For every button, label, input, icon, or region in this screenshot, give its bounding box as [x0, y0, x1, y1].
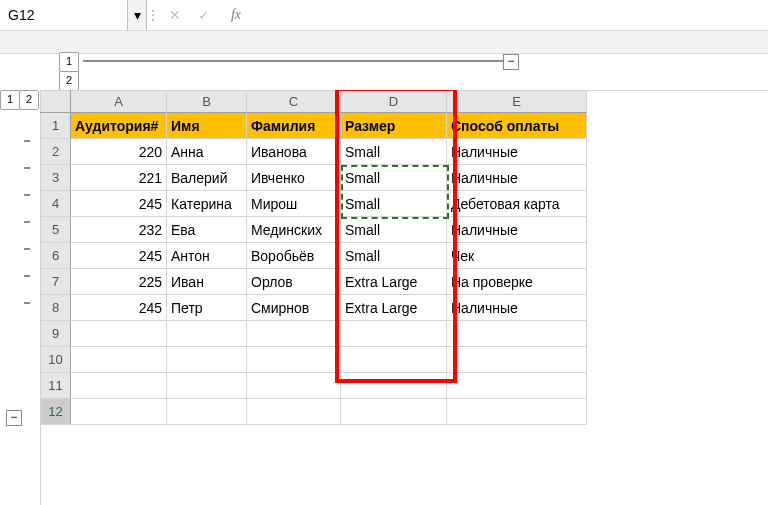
cell-D12[interactable] [341, 399, 447, 425]
column-header-B[interactable]: B [167, 91, 247, 113]
cell-E2[interactable]: Наличные [447, 139, 587, 165]
cell-C7[interactable]: Орлов [247, 269, 341, 295]
cell-D3[interactable]: Small [341, 165, 447, 191]
column-outline-level-2[interactable]: 2 [59, 71, 79, 91]
cell-B11[interactable] [167, 373, 247, 399]
select-all-corner[interactable] [41, 91, 71, 113]
cell-A12[interactable] [71, 399, 167, 425]
table-row: 9 [41, 321, 587, 347]
row-header-2[interactable]: 2 [41, 139, 71, 165]
cell-D5[interactable]: Small [341, 217, 447, 243]
cell-E12[interactable] [447, 399, 587, 425]
column-outline-level-1[interactable]: 1 [59, 52, 79, 72]
row-header-1[interactable]: 1 [41, 113, 71, 139]
cell-B2[interactable]: Анна [167, 139, 247, 165]
row-outline-tick [24, 248, 30, 250]
cell-E10[interactable] [447, 347, 587, 373]
cell-B3[interactable]: Валерий [167, 165, 247, 191]
grid-table[interactable]: A B C D E 1 Аудитория# Имя Фамилия Разме… [40, 90, 587, 425]
cell-B9[interactable] [167, 321, 247, 347]
cell-E3[interactable]: Наличные [447, 165, 587, 191]
column-header-A[interactable]: A [71, 91, 167, 113]
table-row: 4245КатеринаМирошSmallДебетовая карта [41, 191, 587, 217]
cell-C3[interactable]: Ивченко [247, 165, 341, 191]
formula-input[interactable] [254, 0, 768, 30]
row-outline-level-1[interactable]: 1 [0, 90, 20, 110]
row-header-12[interactable]: 12 [41, 399, 71, 425]
row-outline-collapse[interactable]: − [6, 410, 22, 426]
cell-A6[interactable]: 245 [71, 243, 167, 269]
cell-A1[interactable]: Аудитория# [71, 113, 167, 139]
cell-E6[interactable]: Чек [447, 243, 587, 269]
row-header-4[interactable]: 4 [41, 191, 71, 217]
cell-D9[interactable] [341, 321, 447, 347]
row-header-11[interactable]: 11 [41, 373, 71, 399]
grid[interactable]: A B C D E 1 Аудитория# Имя Фамилия Разме… [40, 90, 768, 505]
cell-E4[interactable]: Дебетовая карта [447, 191, 587, 217]
cell-A2[interactable]: 220 [71, 139, 167, 165]
name-box[interactable]: G12 ▾ [0, 0, 147, 30]
cell-E8[interactable]: Наличные [447, 295, 587, 321]
row-header-7[interactable]: 7 [41, 269, 71, 295]
cell-A11[interactable] [71, 373, 167, 399]
name-box-dropdown[interactable]: ▾ [127, 0, 146, 30]
cell-A9[interactable] [71, 321, 167, 347]
cell-D1[interactable]: Размер [341, 113, 447, 139]
cell-B6[interactable]: Антон [167, 243, 247, 269]
cell-C9[interactable] [247, 321, 341, 347]
cell-E11[interactable] [447, 373, 587, 399]
cell-C5[interactable]: Мединских [247, 217, 341, 243]
cell-C1[interactable]: Фамилия [247, 113, 341, 139]
cell-D10[interactable] [341, 347, 447, 373]
row-outline-tick [24, 194, 30, 196]
cell-A7[interactable]: 225 [71, 269, 167, 295]
row-header-5[interactable]: 5 [41, 217, 71, 243]
cell-C11[interactable] [247, 373, 341, 399]
row-header-6[interactable]: 6 [41, 243, 71, 269]
cell-A10[interactable] [71, 347, 167, 373]
column-outline-collapse[interactable]: − [503, 54, 519, 70]
table-row: 10 [41, 347, 587, 373]
insert-function-button[interactable]: fx [219, 0, 254, 30]
cell-C8[interactable]: Смирнов [247, 295, 341, 321]
cell-C12[interactable] [247, 399, 341, 425]
column-header-C[interactable]: C [247, 91, 341, 113]
cell-E7[interactable]: На проверке [447, 269, 587, 295]
cell-E5[interactable]: Наличные [447, 217, 587, 243]
column-outline-strip: 1 2 − [59, 52, 768, 91]
cell-D2[interactable]: Small [341, 139, 447, 165]
formula-bar-separator: ⋮ [147, 0, 161, 30]
cell-B5[interactable]: Ева [167, 217, 247, 243]
cell-C6[interactable]: Воробьёв [247, 243, 341, 269]
cell-A8[interactable]: 245 [71, 295, 167, 321]
cell-A5[interactable]: 232 [71, 217, 167, 243]
cancel-button[interactable]: ✕ [161, 0, 190, 30]
cell-B4[interactable]: Катерина [167, 191, 247, 217]
cell-C4[interactable]: Мирош [247, 191, 341, 217]
cell-D4[interactable]: Small [341, 191, 447, 217]
column-header-E[interactable]: E [447, 91, 587, 113]
cell-C2[interactable]: Иванова [247, 139, 341, 165]
column-header-D[interactable]: D [341, 91, 447, 113]
row-header-3[interactable]: 3 [41, 165, 71, 191]
row-outline-level-2[interactable]: 2 [19, 90, 39, 110]
cell-D11[interactable] [341, 373, 447, 399]
cell-E1[interactable]: Способ оплаты [447, 113, 587, 139]
cell-B8[interactable]: Петр [167, 295, 247, 321]
cell-B12[interactable] [167, 399, 247, 425]
enter-button[interactable]: ✓ [190, 0, 219, 30]
cell-D8[interactable]: Extra Large [341, 295, 447, 321]
row-header-9[interactable]: 9 [41, 321, 71, 347]
cell-B7[interactable]: Иван [167, 269, 247, 295]
cell-A3[interactable]: 221 [71, 165, 167, 191]
row-header-8[interactable]: 8 [41, 295, 71, 321]
cell-B1[interactable]: Имя [167, 113, 247, 139]
cell-D7[interactable]: Extra Large [341, 269, 447, 295]
cell-D6[interactable]: Small [341, 243, 447, 269]
cell-C10[interactable] [247, 347, 341, 373]
cell-A4[interactable]: 245 [71, 191, 167, 217]
row-header-10[interactable]: 10 [41, 347, 71, 373]
row-outline-tick [24, 167, 30, 169]
cell-B10[interactable] [167, 347, 247, 373]
cell-E9[interactable] [447, 321, 587, 347]
